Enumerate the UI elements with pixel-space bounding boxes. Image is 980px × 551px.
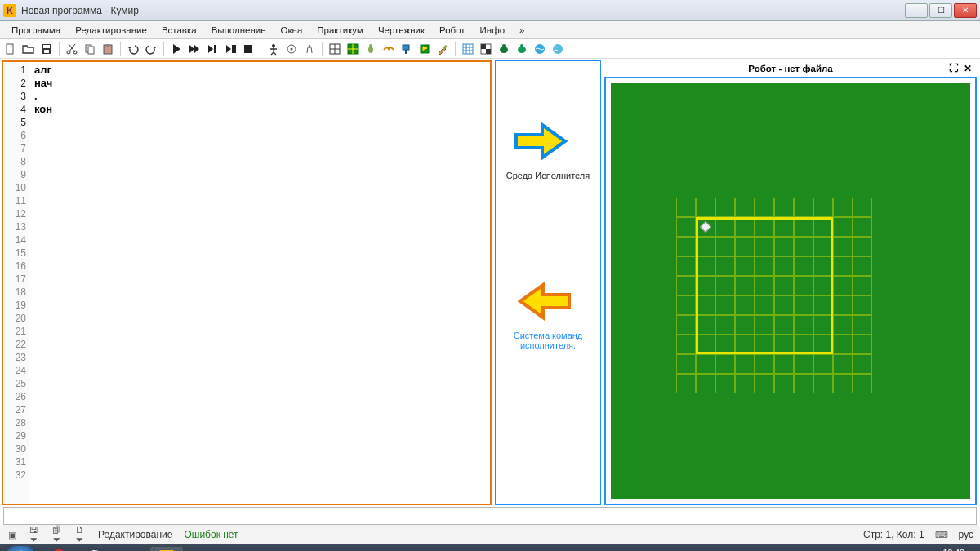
step-into-button[interactable] — [223, 42, 238, 56]
close-button[interactable]: ✕ — [954, 3, 977, 18]
app-icon: K — [3, 4, 16, 17]
actor-2-button[interactable] — [284, 42, 299, 56]
svg-point-14 — [272, 44, 275, 47]
cut-button[interactable] — [65, 42, 79, 56]
svg-point-24 — [368, 47, 373, 53]
svg-point-39 — [553, 44, 563, 54]
actor-wave-button[interactable] — [550, 42, 565, 56]
tray-time: 12:42 — [932, 548, 975, 551]
step-button[interactable] — [205, 42, 220, 56]
arrow-left-icon — [514, 278, 579, 324]
taskbar: К RU ▴ 🔊 📶 ⚑ 12:42 24.01.2021 — [0, 544, 980, 551]
menu-drafter[interactable]: Чертежник — [372, 24, 431, 37]
start-button[interactable] — [5, 546, 36, 551]
actor-ant-button[interactable] — [363, 42, 378, 56]
maximize-button[interactable]: ☐ — [929, 3, 952, 18]
panel-maximize-icon[interactable]: ⛶ — [949, 63, 959, 74]
grid-2-button[interactable] — [345, 42, 360, 56]
new-file-button[interactable] — [3, 42, 18, 56]
system-tray: RU ▴ 🔊 📶 ⚑ 12:42 24.01.2021 — [844, 548, 975, 551]
robot-field[interactable] — [611, 83, 970, 499]
copy-button[interactable] — [82, 42, 97, 56]
svg-rect-9 — [106, 44, 109, 47]
menu-insert[interactable]: Вставка — [155, 24, 203, 37]
actor-grid3-button[interactable] — [461, 42, 475, 56]
svg-rect-30 — [463, 44, 473, 54]
taskbar-discord-icon[interactable] — [114, 547, 147, 551]
line-gutter: 1234567891011121314151617181920212223242… — [3, 62, 29, 504]
menu-program[interactable]: Программа — [5, 24, 67, 37]
paste-button[interactable] — [100, 42, 115, 56]
taskbar-app2-icon[interactable] — [78, 547, 111, 551]
robot-grid — [676, 198, 872, 393]
actor-turtle2-button[interactable] — [514, 42, 529, 56]
main-area: 1234567891011121314151617181920212223242… — [0, 59, 980, 507]
status-icon-2[interactable]: 🖫⏷ — [29, 529, 41, 540]
menu-run[interactable]: Выполнение — [205, 24, 273, 37]
actor-check-button[interactable] — [479, 42, 493, 56]
keyboard-icon[interactable]: ⌨ — [936, 529, 947, 540]
hint-label-1: Среда Исполнителя — [506, 171, 590, 180]
redo-button[interactable] — [144, 42, 158, 56]
robot-panel-header: Робот - нет файла ⛶ ✕ — [604, 60, 977, 77]
menu-windows[interactable]: Окна — [274, 24, 310, 37]
actor-turtle1-button[interactable] — [497, 42, 511, 56]
svg-point-37 — [520, 44, 523, 47]
svg-rect-3 — [44, 50, 49, 53]
svg-rect-26 — [403, 45, 409, 50]
svg-rect-11 — [232, 45, 234, 53]
actor-3-button[interactable] — [302, 42, 317, 56]
menu-practicum[interactable]: Практикум — [310, 24, 370, 37]
actor-brush-button[interactable] — [435, 42, 450, 56]
svg-rect-12 — [234, 45, 236, 53]
toolbar — [0, 39, 980, 59]
menu-info[interactable]: Инфо — [474, 24, 511, 37]
status-errors: Ошибок нет — [184, 529, 238, 540]
output-console[interactable] — [3, 507, 977, 525]
svg-point-36 — [518, 47, 526, 53]
svg-point-34 — [500, 47, 508, 53]
code-editor[interactable]: 1234567891011121314151617181920212223242… — [2, 60, 492, 505]
menu-bar: Программа Редактирование Вставка Выполне… — [0, 21, 980, 39]
save-file-button[interactable] — [39, 42, 54, 56]
tray-clock[interactable]: 12:42 24.01.2021 — [932, 548, 975, 551]
actor-1-button[interactable] — [266, 42, 281, 56]
undo-button[interactable] — [126, 42, 140, 56]
robot-panel: Робот - нет файла ⛶ ✕ — [604, 60, 977, 505]
hint-label-2a: Система команд — [514, 331, 583, 340]
robot-panel-title: Робот - нет файла — [748, 64, 832, 73]
svg-point-25 — [369, 44, 372, 47]
status-mode: Редактирование — [98, 529, 172, 540]
actor-flag-button[interactable] — [417, 42, 432, 56]
svg-rect-10 — [214, 45, 216, 53]
minimize-button[interactable]: — — [905, 3, 928, 18]
stop-button[interactable] — [241, 42, 256, 56]
status-bar: ▣ 🖫⏷ 🗐⏷ 🗋⏷ Редактирование Ошибок нет Стр… — [0, 525, 980, 544]
hint-panel: Среда Исполнителя Система команд исполни… — [495, 60, 601, 505]
code-textarea[interactable]: алгнач.кон — [29, 62, 490, 504]
window-title: Новая программа - Кумир — [21, 5, 905, 16]
status-icon-4[interactable]: 🗋⏷ — [75, 529, 87, 540]
status-icon-1[interactable]: ▣ — [7, 529, 18, 540]
grid-1-button[interactable] — [327, 42, 342, 56]
actor-bird-button[interactable] — [381, 42, 396, 56]
actor-paint-button[interactable] — [399, 42, 414, 56]
window-titlebar: K Новая программа - Кумир — ☐ ✕ — [0, 0, 980, 21]
arrow-right-icon — [506, 118, 572, 164]
open-file-button[interactable] — [21, 42, 36, 56]
svg-rect-2 — [43, 45, 50, 48]
menu-more[interactable]: » — [513, 24, 531, 37]
menu-robot[interactable]: Робот — [433, 24, 472, 37]
run-fast-button[interactable] — [187, 42, 202, 56]
svg-point-35 — [502, 44, 506, 47]
status-icon-3[interactable]: 🗐⏷ — [52, 529, 64, 540]
run-button[interactable] — [169, 42, 184, 56]
svg-point-16 — [291, 47, 293, 50]
actor-water-button[interactable] — [532, 42, 547, 56]
svg-rect-27 — [405, 50, 407, 54]
panel-close-icon[interactable]: ✕ — [964, 63, 972, 74]
taskbar-kumir-icon[interactable]: К — [150, 547, 183, 551]
menu-edit[interactable]: Редактирование — [69, 24, 154, 37]
status-lang: рус — [959, 529, 973, 540]
taskbar-opera-icon[interactable] — [42, 547, 75, 551]
